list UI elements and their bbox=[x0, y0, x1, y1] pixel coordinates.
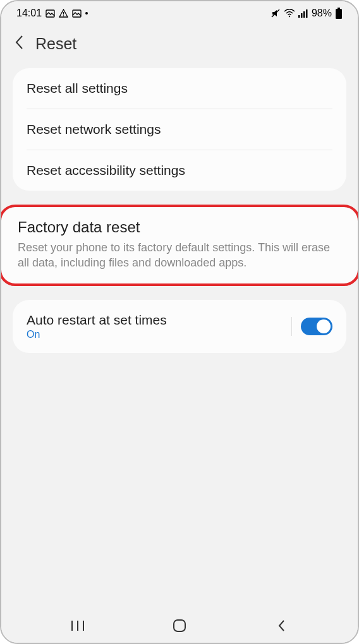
factory-data-reset-item[interactable]: Factory data reset Reset your phone to i… bbox=[1, 205, 358, 286]
recents-button[interactable] bbox=[59, 620, 97, 631]
back-button[interactable] bbox=[14, 34, 24, 53]
battery-icon bbox=[335, 8, 343, 19]
svg-rect-15 bbox=[174, 620, 185, 631]
more-dot-icon bbox=[85, 12, 88, 15]
divider bbox=[291, 317, 292, 336]
signal-icon bbox=[298, 9, 308, 18]
status-time: 14:01 bbox=[16, 8, 42, 19]
status-bar: 14:01 98% bbox=[1, 1, 358, 23]
back-nav-button[interactable] bbox=[262, 619, 300, 633]
svg-rect-10 bbox=[338, 8, 340, 9]
warning-icon bbox=[59, 9, 68, 18]
image-icon bbox=[46, 9, 55, 18]
reset-all-settings-item[interactable]: Reset all settings bbox=[13, 68, 346, 109]
auto-restart-item[interactable]: Auto restart at set times On bbox=[27, 313, 167, 340]
page-header: Reset bbox=[1, 23, 358, 68]
auto-restart-title: Auto restart at set times bbox=[27, 313, 167, 328]
svg-rect-6 bbox=[298, 15, 300, 18]
reset-accessibility-settings-item[interactable]: Reset accessibility settings bbox=[13, 150, 346, 191]
wifi-icon bbox=[284, 9, 295, 18]
auto-restart-status: On bbox=[27, 329, 167, 340]
image-icon-2 bbox=[72, 9, 82, 18]
navigation-bar bbox=[1, 610, 358, 643]
factory-reset-title: Factory data reset bbox=[18, 218, 332, 236]
page-title: Reset bbox=[35, 35, 76, 53]
battery-percent: 98% bbox=[312, 8, 332, 19]
svg-rect-9 bbox=[306, 9, 308, 18]
mute-icon bbox=[271, 8, 281, 18]
svg-rect-8 bbox=[303, 11, 305, 18]
svg-point-5 bbox=[289, 16, 290, 17]
auto-restart-card: Auto restart at set times On bbox=[13, 300, 346, 353]
home-button[interactable] bbox=[161, 619, 198, 633]
reset-network-settings-item[interactable]: Reset network settings bbox=[13, 109, 346, 150]
reset-options-card: Reset all settings Reset network setting… bbox=[13, 68, 346, 191]
auto-restart-toggle[interactable] bbox=[301, 318, 332, 335]
svg-rect-11 bbox=[336, 9, 342, 19]
svg-point-2 bbox=[63, 15, 64, 16]
factory-reset-description: Reset your phone to its factory default … bbox=[18, 240, 332, 271]
svg-rect-7 bbox=[301, 13, 303, 18]
